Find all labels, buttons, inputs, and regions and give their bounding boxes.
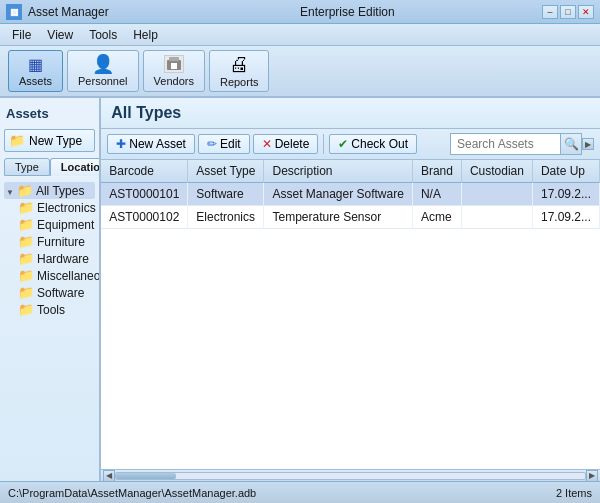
window-controls: – □ ✕: [542, 5, 594, 19]
menu-bar: File View Tools Help: [0, 24, 600, 46]
search-button[interactable]: 🔍: [560, 133, 582, 155]
barcode-icon: [28, 55, 43, 73]
tree-item-miscellaneous[interactable]: Miscellaneous: [4, 267, 95, 284]
tree-item-furniture[interactable]: Furniture: [4, 233, 95, 250]
cell-date: 17.09.2...: [532, 206, 599, 229]
toolbar-assets-label: Assets: [19, 75, 52, 87]
asset-table-container[interactable]: Barcode Asset Type Description Brand Cus…: [101, 160, 600, 469]
new-icon: [116, 137, 126, 151]
vendor-icon: [164, 55, 184, 73]
tab-type[interactable]: Type: [4, 158, 50, 176]
tree-label-all-types: All Types: [36, 184, 84, 198]
menu-help[interactable]: Help: [125, 26, 166, 44]
menu-view[interactable]: View: [39, 26, 81, 44]
tree-label-tools: Tools: [37, 303, 65, 317]
search-input[interactable]: [450, 133, 560, 155]
menu-tools[interactable]: Tools: [81, 26, 125, 44]
toolbar-personnel-button[interactable]: 👤 Personnel: [67, 50, 139, 92]
tree-item-electronics[interactable]: Electronics: [4, 199, 95, 216]
toolbar-reports-label: Reports: [220, 76, 259, 88]
scroll-thumb[interactable]: [116, 473, 176, 479]
checkout-label: Check Out: [351, 137, 408, 151]
toolbar-assets-button[interactable]: Assets: [8, 50, 63, 92]
folder-icon-all: [17, 183, 33, 198]
checkout-button[interactable]: Check Out: [329, 134, 417, 154]
cell-description: Temperature Sensor: [264, 206, 412, 229]
content-header: All Types: [101, 98, 600, 129]
table-header-row: Barcode Asset Type Description Brand Cus…: [101, 160, 599, 183]
menu-file[interactable]: File: [4, 26, 39, 44]
table-row[interactable]: AST0000101 Software Asset Manager Softwa…: [101, 183, 599, 206]
col-brand: Brand: [412, 160, 461, 183]
collapse-icon: [6, 184, 14, 198]
delete-label: Delete: [275, 137, 310, 151]
tree-label-misc: Miscellaneous: [37, 269, 101, 283]
new-asset-button[interactable]: New Asset: [107, 134, 195, 154]
horizontal-scrollbar[interactable]: ◀ ▶: [101, 469, 600, 481]
folder-icon-electronics: [18, 200, 34, 215]
search-area: 🔍 ▶: [450, 133, 594, 155]
separator: [323, 134, 324, 154]
folder-icon-furniture: [18, 234, 34, 249]
report-icon: 🖨: [229, 54, 249, 74]
checkout-icon: [338, 137, 348, 151]
svg-rect-1: [169, 57, 179, 61]
minimize-button[interactable]: –: [542, 5, 558, 19]
search-icon: 🔍: [564, 137, 579, 151]
col-barcode: Barcode: [101, 160, 188, 183]
toolbar: Assets 👤 Personnel Vendors 🖨 Reports: [0, 46, 600, 98]
folder-icon-misc: [18, 268, 34, 283]
edit-button[interactable]: Edit: [198, 134, 250, 154]
cell-date: 17.09.2...: [532, 183, 599, 206]
edition-label: Enterprise Edition: [300, 5, 542, 19]
cell-asset-type: Software: [188, 183, 264, 206]
new-asset-label: New Asset: [129, 137, 186, 151]
toolbar-reports-button[interactable]: 🖨 Reports: [209, 50, 270, 92]
cell-description: Asset Manager Software: [264, 183, 412, 206]
content-title: All Types: [111, 104, 590, 122]
asset-table: Barcode Asset Type Description Brand Cus…: [101, 160, 600, 229]
tree-item-tools[interactable]: Tools: [4, 301, 95, 318]
main-area: Assets New Type Type Location All Types …: [0, 98, 600, 481]
close-button[interactable]: ✕: [578, 5, 594, 19]
maximize-button[interactable]: □: [560, 5, 576, 19]
col-description: Description: [264, 160, 412, 183]
tree-item-all-types[interactable]: All Types: [4, 182, 95, 199]
edit-label: Edit: [220, 137, 241, 151]
col-asset-type: Asset Type: [188, 160, 264, 183]
new-type-button[interactable]: New Type: [4, 129, 95, 152]
cell-brand: N/A: [412, 183, 461, 206]
action-bar: New Asset Edit Delete Check Out 🔍 ▶: [101, 129, 600, 160]
delete-button[interactable]: Delete: [253, 134, 319, 154]
status-path: C:\ProgramData\AssetManager\AssetManager…: [8, 487, 256, 499]
cell-barcode: AST0000102: [101, 206, 188, 229]
tree-item-hardware[interactable]: Hardware: [4, 250, 95, 267]
sidebar-title: Assets: [4, 102, 95, 125]
tree-label-hardware: Hardware: [37, 252, 89, 266]
folder-icon-tools: [18, 302, 34, 317]
svg-rect-2: [171, 63, 177, 69]
tree-item-software[interactable]: Software: [4, 284, 95, 301]
person-icon: 👤: [92, 55, 114, 73]
cell-barcode: AST0000101: [101, 183, 188, 206]
tree-label-software: Software: [37, 286, 84, 300]
toolbar-personnel-label: Personnel: [78, 75, 128, 87]
delete-icon: [262, 137, 272, 151]
tab-location[interactable]: Location: [50, 158, 101, 176]
edit-icon: [207, 137, 217, 151]
scroll-right-btn[interactable]: ▶: [582, 138, 594, 150]
toolbar-vendors-button[interactable]: Vendors: [143, 50, 205, 92]
app-title: Asset Manager: [28, 5, 270, 19]
folder-icon-hardware: [18, 251, 34, 266]
scroll-track[interactable]: [115, 472, 586, 480]
sidebar-tabs: Type Location: [4, 158, 95, 176]
table-row[interactable]: AST0000102 Electronics Temperature Senso…: [101, 206, 599, 229]
col-date-updated: Date Up: [532, 160, 599, 183]
app-icon: ▦: [6, 4, 22, 20]
tree-item-equipment[interactable]: Equipment: [4, 216, 95, 233]
scroll-left-btn[interactable]: ◀: [103, 470, 115, 482]
scroll-right-btn2[interactable]: ▶: [586, 470, 598, 482]
cell-brand: Acme: [412, 206, 461, 229]
folder-icon-equipment: [18, 217, 34, 232]
tree-label-electronics: Electronics: [37, 201, 96, 215]
